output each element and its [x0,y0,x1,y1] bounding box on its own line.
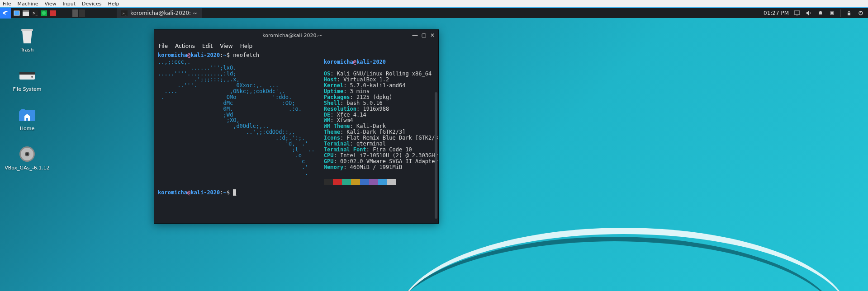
lock-icon[interactable] [845,9,853,17]
app-red-icon[interactable] [49,9,57,17]
vm-menubar: File Machine View Input Devices Help [0,0,868,7]
close-button[interactable]: ✕ [430,32,435,38]
top-panel: >_ >_ koromicha@kali-2020: ~ 01:27 PM [0,7,868,18]
terminal-task-icon: >_ [121,10,128,16]
wallpaper-swoosh-shadow [389,237,841,291]
desktop-icons: Trash File System Home VBox_GAs_-6.1.12 [9,27,45,171]
svg-point-23 [31,76,33,78]
terminal-window[interactable]: koromicha@kali-2020:~ ― ▢ ✕ File Actions… [154,29,439,224]
kali-dragon-icon [2,9,9,17]
desktop-filesystem[interactable]: File System [9,66,45,92]
task-terminal[interactable]: >_ koromicha@kali-2020: ~ [117,8,202,18]
svg-rect-7 [50,10,56,16]
term-menu-view[interactable]: View [220,43,232,49]
neofetch-ascii: ..,;:ccc,. ......''';lxO. .....''''.....… [158,59,315,185]
workspace-icon [72,9,85,17]
battery-icon[interactable] [829,9,836,17]
svg-rect-20 [21,29,33,31]
maximize-button[interactable]: ▢ [422,32,427,38]
desktop-trash-label: Trash [20,47,33,53]
home-folder-icon [18,106,36,124]
desktop-home[interactable]: Home [9,106,45,131]
svg-rect-16 [831,12,833,14]
svg-rect-17 [848,13,850,15]
term-menu-file[interactable]: File [159,43,168,49]
svg-rect-15 [834,13,834,14]
terminal-launcher-icon[interactable]: >_ [31,9,39,17]
window-titlebar[interactable]: koromicha@kali-2020:~ ― ▢ ✕ [154,30,438,41]
panel-launchers: >_ [11,9,59,17]
svg-text:>_: >_ [122,12,127,15]
terminal-body[interactable]: koromicha@kali-2020:~$ neofetch ..,;:ccc… [154,52,438,223]
prompt-line-1: koromicha@kali-2020:~$ neofetch [158,52,435,58]
svg-rect-8 [72,9,78,17]
volume-icon[interactable] [805,9,812,17]
svg-rect-22 [19,72,35,75]
vm-menu-machine[interactable]: Machine [17,1,38,7]
workspace-pager[interactable] [68,8,90,18]
svg-text:>_: >_ [33,11,38,15]
term-menu-edit[interactable]: Edit [202,43,213,49]
notifications-icon[interactable] [817,9,824,17]
vm-menu-view[interactable]: View [44,1,56,7]
panel-separator [840,9,841,17]
vm-menu-input[interactable]: Input [63,1,76,7]
minimize-button[interactable]: ― [413,32,418,38]
task-title: koromicha@kali-2020: ~ [130,10,197,16]
wallpaper-swoosh [398,228,850,291]
desktop-trash[interactable]: Trash [9,27,45,53]
neofetch-info: koromicha@kali-2020 ------------------ O… [324,59,438,185]
clock[interactable]: 01:27 PM [764,10,789,16]
vm-menu-help[interactable]: Help [108,1,119,7]
svg-point-6 [42,11,46,15]
terminal-scrollbar[interactable] [435,92,437,219]
vm-menu-file[interactable]: File [3,1,11,7]
window-title: koromicha@kali-2020:~ [172,33,413,38]
prompt-line-2: koromicha@kali-2020:~$ _ [158,190,435,196]
disc-icon [18,145,36,163]
app-menu-button[interactable] [0,8,11,19]
file-manager-icon[interactable] [22,9,30,17]
drive-icon [18,66,36,84]
svg-rect-2 [23,10,29,12]
desktop[interactable]: Trash File System Home VBox_GAs_-6.1.12 … [0,18,868,291]
browser-icon[interactable] [40,9,48,17]
svg-rect-12 [794,11,800,14]
terminal-menubar: File Actions Edit View Help [154,41,438,52]
desktop-vbox-gas[interactable]: VBox_GAs_-6.1.12 [9,145,45,171]
vm-menu-devices[interactable]: Devices [82,1,101,7]
trash-icon [18,27,36,45]
desktop-filesystem-label: File System [13,86,42,92]
display-icon[interactable] [793,9,801,17]
svg-rect-9 [79,9,85,17]
term-menu-help[interactable]: Help [240,43,252,49]
desktop-home-label: Home [20,126,34,131]
svg-rect-13 [796,15,798,15]
power-icon[interactable] [857,9,864,17]
svg-rect-19 [860,11,861,13]
neofetch-colorbar [324,179,438,185]
svg-rect-0 [14,11,19,15]
term-menu-actions[interactable]: Actions [175,43,195,49]
show-desktop-icon[interactable] [13,9,21,17]
desktop-vbox-label: VBox_GAs_-6.1.12 [5,165,50,171]
svg-point-27 [26,153,28,155]
